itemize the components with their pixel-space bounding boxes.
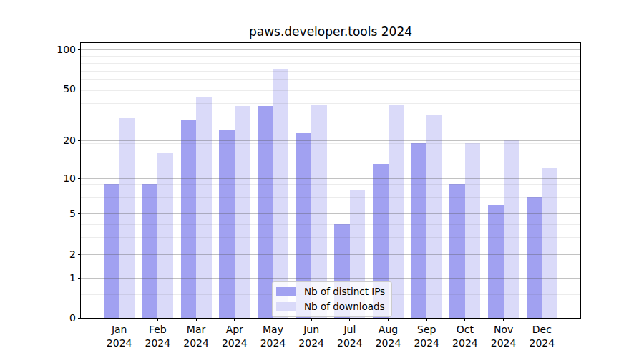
x-tick-year: 2024	[177, 337, 215, 350]
bar-downloads-jan	[119, 118, 135, 318]
x-tick-month: Oct	[446, 323, 484, 337]
y-tick-label: 2	[0, 248, 76, 261]
figure: paws.developer.tools 2024 Nb of distinct…	[0, 0, 644, 358]
x-tick-label: Nov2024	[484, 323, 523, 350]
legend-item-distinct-ips: Nb of distinct IPs	[276, 286, 385, 297]
x-tick-mark	[273, 318, 273, 321]
x-tick-year: 2024	[522, 337, 561, 350]
bar-downloads-oct	[465, 143, 481, 318]
y-tick-label: 5	[0, 207, 76, 220]
x-tick-mark	[196, 318, 197, 321]
x-tick-mark	[234, 318, 235, 321]
major-gridline	[81, 213, 580, 214]
y-tick-mark	[78, 89, 81, 90]
x-tick-mark	[388, 318, 389, 321]
x-tick-month: Apr	[215, 323, 254, 337]
x-tick-mark	[119, 318, 119, 321]
y-tick-mark	[78, 318, 81, 319]
x-tick-month: Nov	[484, 323, 523, 337]
x-tick-month: Dec	[522, 323, 561, 337]
bar-distinct-ips-may	[258, 106, 273, 318]
y-tick-label: 10	[0, 172, 76, 185]
y-tick-mark	[78, 278, 81, 279]
x-tick-month: Mar	[177, 323, 215, 337]
x-tick-label: Aug2024	[369, 323, 408, 350]
minor-gridline	[81, 90, 580, 91]
bar-distinct-ips-nov	[488, 205, 504, 318]
legend-item-downloads: Nb of downloads	[276, 301, 385, 312]
x-tick-label: Jun2024	[292, 323, 331, 350]
x-tick-label: Jul2024	[331, 323, 369, 350]
legend-label-downloads: Nb of downloads	[304, 301, 385, 312]
bar-distinct-ips-sep	[411, 143, 427, 318]
x-tick-label: Oct2024	[446, 323, 484, 350]
x-tick-year: 2024	[369, 337, 408, 350]
major-gridline	[81, 178, 580, 179]
x-tick-month: Jun	[292, 323, 331, 337]
y-tick-mark	[78, 213, 81, 214]
x-tick-year: 2024	[484, 337, 523, 350]
x-tick-year: 2024	[253, 337, 292, 350]
plot-area	[81, 43, 580, 318]
x-tick-month: Feb	[138, 323, 177, 337]
bar-downloads-sep	[426, 115, 442, 318]
bar-downloads-mar	[196, 97, 212, 318]
x-tick-label: Jan2024	[100, 323, 139, 350]
x-tick-year: 2024	[407, 337, 446, 350]
y-tick-label: 1	[0, 271, 76, 284]
x-tick-year: 2024	[331, 337, 369, 350]
x-tick-label: Feb2024	[138, 323, 177, 350]
minor-gridline	[81, 184, 580, 185]
bar-downloads-nov	[504, 140, 519, 318]
x-tick-month: Jul	[331, 323, 369, 337]
chart-title: paws.developer.tools 2024	[81, 24, 580, 39]
x-tick-label: Mar2024	[177, 323, 215, 350]
x-tick-year: 2024	[100, 337, 139, 350]
x-tick-mark	[426, 318, 427, 321]
y-tick-mark	[78, 254, 81, 255]
minor-gridline	[81, 205, 580, 205]
x-tick-mark	[311, 318, 312, 321]
x-tick-month: Sep	[407, 323, 446, 337]
y-tick-mark	[78, 140, 81, 141]
x-tick-label: Sep2024	[407, 323, 446, 350]
bar-distinct-ips-mar	[181, 120, 197, 318]
minor-gridline	[81, 79, 580, 80]
legend: Nb of distinct IPs Nb of downloads	[272, 281, 392, 317]
x-tick-label: Apr2024	[215, 323, 254, 350]
x-tick-year: 2024	[292, 337, 331, 350]
x-tick-month: Jan	[100, 323, 139, 337]
y-tick-label: 0	[0, 311, 76, 324]
x-tick-label: Dec2024	[522, 323, 561, 350]
minor-gridline	[81, 190, 580, 190]
y-tick-label: 20	[0, 134, 76, 147]
bar-downloads-apr	[235, 106, 250, 318]
major-gridline	[81, 254, 580, 255]
minor-gridline	[81, 71, 580, 72]
minor-gridline	[81, 224, 580, 225]
x-tick-mark	[349, 318, 350, 321]
legend-label-distinct-ips: Nb of distinct IPs	[304, 286, 385, 297]
y-tick-label: 100	[0, 43, 76, 56]
legend-swatch-downloads-icon	[276, 302, 296, 311]
x-tick-mark	[464, 318, 465, 321]
x-tick-mark	[542, 318, 542, 321]
x-tick-year: 2024	[215, 337, 254, 350]
bar-distinct-ips-dec	[527, 197, 542, 318]
x-tick-year: 2024	[138, 337, 177, 350]
major-gridline	[81, 49, 580, 50]
minor-gridline	[81, 120, 580, 120]
x-tick-label: May2024	[253, 323, 292, 350]
y-tick-mark	[78, 49, 81, 50]
x-tick-mark	[157, 318, 158, 321]
y-tick-mark	[78, 178, 81, 179]
y-tick-label: 50	[0, 82, 76, 95]
minor-gridline	[81, 143, 580, 144]
minor-gridline	[81, 63, 580, 64]
major-gridline	[81, 89, 580, 90]
minor-gridline	[81, 197, 580, 198]
bar-downloads-may	[273, 69, 288, 318]
x-tick-month: Aug	[369, 323, 408, 337]
minor-gridline	[81, 237, 580, 238]
minor-gridline	[81, 103, 580, 104]
